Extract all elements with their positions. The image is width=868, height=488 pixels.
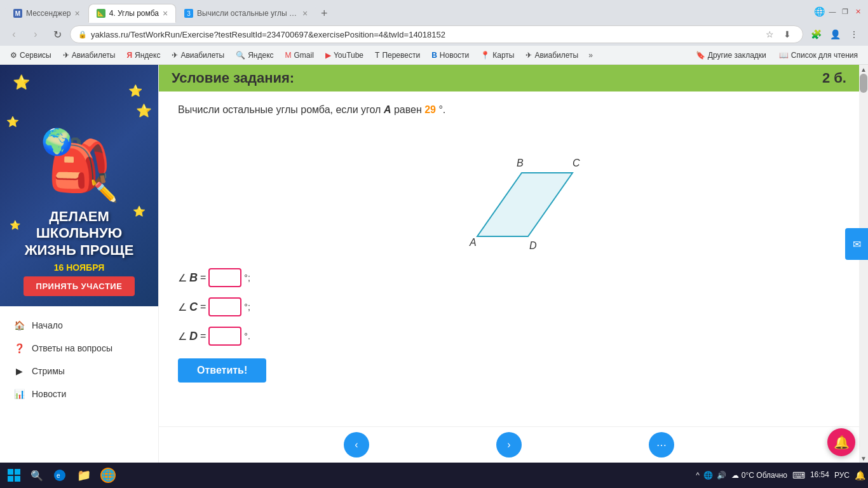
bookmark-other[interactable]: 🔖 Другие закладки	[691, 50, 771, 61]
time-display: 16:54	[810, 470, 829, 480]
news-icon: 📊	[13, 388, 25, 400]
angle-d-prefix: ∠	[178, 330, 187, 342]
scroll-thumb[interactable]	[860, 74, 867, 93]
bookmark-maps[interactable]: 📍 Карты	[475, 50, 519, 61]
profile-button[interactable]: 👤	[826, 25, 844, 43]
minimize-button[interactable]: —	[827, 6, 837, 17]
tab-exercise[interactable]: 3 Вычисли остальные углы ромб... ×	[176, 4, 316, 23]
browser-actions: 🧩 👤 ⋮	[807, 25, 863, 43]
tab-close-angles[interactable]: ×	[163, 8, 168, 18]
nav-item-faq[interactable]: ❓ Ответы на вопросы	[0, 337, 158, 360]
angle-row-b: ∠ B = °;	[178, 268, 840, 287]
bookmark-label-avia3: Авиабилеты	[534, 51, 578, 60]
tab-label-angles: 4. Углы ромба	[109, 9, 159, 18]
task-header-title: Условие задания:	[172, 70, 294, 86]
bookmark-yandex2[interactable]: 🔍 Яндекс	[231, 50, 278, 61]
nav-item-home[interactable]: 🏠 Начало	[0, 314, 158, 337]
nav-label-home: Начало	[32, 320, 63, 330]
svg-rect-8	[15, 476, 20, 482]
bookmark-label-translate: Перевести	[382, 51, 420, 60]
lock-icon: 🔒	[78, 30, 87, 39]
bookmark-reading[interactable]: 📖 Список для чтения	[774, 50, 863, 61]
nav-item-news[interactable]: 📊 Новости	[0, 383, 158, 405]
angle-inputs: ∠ B = °; ∠ C = °; ∠ D =	[178, 268, 840, 346]
angle-c-input[interactable]	[208, 297, 241, 316]
angle-value-label: 29	[424, 104, 436, 115]
forward-button[interactable]: ›	[27, 25, 44, 43]
taskbar-app-edge[interactable]: e	[48, 464, 71, 487]
scroll-down-arrow[interactable]: ▼	[859, 454, 868, 463]
angle-b-label: B	[189, 271, 198, 285]
angle-row-d: ∠ D = °.	[178, 327, 840, 346]
bookmark-translate[interactable]: T Перевести	[370, 50, 425, 61]
angle-c-equals: =	[200, 301, 206, 313]
bookmark-avia3[interactable]: ✈ Авиабилеты	[520, 50, 583, 61]
tab-label-messenger: Мессенджер	[26, 9, 71, 18]
url-bar[interactable]: 🔒 yaklass.ru/TestWorkRun/Exercise?testRe…	[70, 25, 803, 43]
bookmark-icon-reading: 📖	[779, 51, 789, 60]
start-button[interactable]	[3, 464, 25, 487]
reload-button[interactable]: ↻	[48, 25, 66, 43]
windows-logo-icon	[8, 469, 20, 482]
bookmark-avia1[interactable]: ✈ Авиабилеты	[58, 50, 121, 61]
description-mid: равен	[394, 104, 422, 115]
url-actions: ☆ ⬇	[762, 27, 795, 42]
submit-button[interactable]: Ответить!	[178, 358, 266, 383]
tray-up-arrow[interactable]: ^	[696, 471, 700, 480]
bookmarks-more-button[interactable]: »	[585, 50, 597, 61]
address-bar: ‹ › ↻ 🔒 yaklass.ru/TestWorkRun/Exercise?…	[0, 23, 868, 46]
taskbar-search-button[interactable]: 🔍	[27, 465, 47, 485]
restore-button[interactable]: ❐	[840, 6, 850, 17]
angle-b-input[interactable]	[208, 268, 241, 287]
taskbar-app-browser[interactable]: 🌐	[97, 464, 119, 487]
download-icon[interactable]: ⬇	[780, 27, 795, 42]
scroll-up-arrow[interactable]: ▲	[859, 65, 868, 74]
language-indicator: РУС	[834, 471, 850, 480]
svg-rect-7	[8, 476, 13, 482]
sidebar-ad-title: ДЕЛАЕМ ШКОЛЬНУЮ ЖИЗНЬ ПРОЩЕ	[10, 208, 148, 259]
angle-name-label: A	[384, 104, 391, 115]
bottom-nav-next[interactable]: ›	[496, 432, 522, 458]
new-tab-button[interactable]: +	[316, 4, 333, 23]
tab-close-exercise[interactable]: ×	[302, 8, 308, 18]
svg-text:A: A	[469, 237, 477, 248]
tab-messenger[interactable]: M Мессенджер ×	[5, 4, 88, 23]
bookmark-yandex[interactable]: Я Яндекс	[121, 50, 165, 61]
sidebar-ad-button[interactable]: ПРИНЯТЬ УЧАСТИЕ	[24, 276, 135, 296]
tab-close-messenger[interactable]: ×	[74, 8, 79, 18]
back-button[interactable]: ‹	[5, 25, 23, 43]
bookmarks-right: 🔖 Другие закладки 📖 Список для чтения	[691, 50, 863, 61]
extensions-button[interactable]: 🧩	[807, 25, 825, 43]
task-header: Условие задания: 2 б.	[159, 65, 859, 92]
angle-d-input[interactable]	[208, 327, 241, 346]
bottom-nav-other[interactable]: ⋯	[649, 432, 674, 458]
menu-button[interactable]: ⋮	[845, 25, 863, 43]
bookmark-star[interactable]: ☆	[762, 27, 777, 42]
notification-taskbar-icon[interactable]: 🔔	[855, 470, 865, 480]
scrollbar: ▲ ▼	[859, 65, 868, 463]
bottom-nav-prev[interactable]: ‹	[344, 432, 369, 458]
angle-c-prefix: ∠	[178, 301, 187, 313]
sidebar-ad-content: ДЕЛАЕМ ШКОЛЬНУЮ ЖИЗНЬ ПРОЩЕ 16 НОЯБРЯ ПР…	[10, 208, 148, 296]
bookmark-avia2[interactable]: ✈ Авиабилеты	[166, 50, 229, 61]
notification-icon[interactable]: 🌐	[814, 6, 825, 17]
nav-item-streams[interactable]: ▶ Стримы	[0, 360, 158, 383]
bookmark-label-maps: Карты	[492, 51, 514, 60]
bookmark-news[interactable]: В Новости	[426, 50, 474, 61]
bottom-nav: ‹ › ⋯	[159, 426, 859, 463]
sidebar-ad: ⭐ ⭐ ⭐ ⭐ ⭐ ⭐ 🎒 🌍 ✏️ ДЕЛАЕМ ШКОЛЬНУЮ ЖИЗНЬ…	[0, 65, 158, 306]
taskbar-app-explorer[interactable]: 📁	[72, 464, 95, 487]
bookmark-youtube[interactable]: ▶ YouTube	[320, 50, 369, 61]
bookmark-services[interactable]: ⚙ Сервисы	[5, 50, 57, 61]
network-icon: 🌐	[703, 471, 713, 480]
window-controls: 🌐 — ❐ ✕	[814, 6, 863, 17]
sidebar-ad-date: 16 НОЯБРЯ	[10, 262, 148, 273]
right-edge-email-button[interactable]: ✉	[845, 228, 868, 260]
close-button[interactable]: ✕	[853, 6, 863, 17]
bookmark-gmail[interactable]: M Gmail	[280, 50, 319, 61]
task-content: Вычисли остальные углы ромба, если угол …	[159, 92, 859, 426]
notification-bell-button[interactable]: 🔔	[827, 428, 855, 456]
svg-text:D: D	[529, 240, 537, 251]
svg-text:B: B	[517, 158, 524, 168]
tab-angles[interactable]: 📐 4. Углы ромба ×	[88, 4, 176, 23]
